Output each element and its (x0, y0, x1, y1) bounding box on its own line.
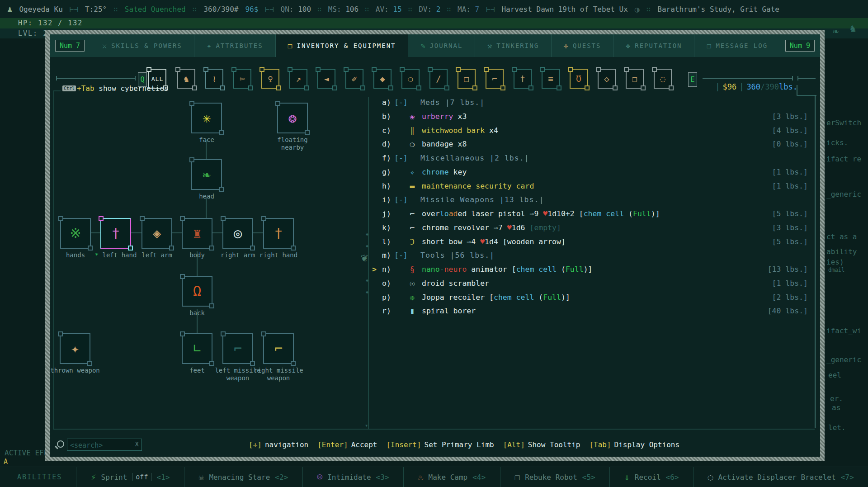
hint-combo: +Tab (77, 84, 94, 93)
filter-category-food[interactable]: ❍ (401, 69, 420, 89)
inventory-row-k[interactable]: k)⌐chrome revolver →7 ♥1d6 [empty][3 lbs… (382, 221, 810, 235)
equipment-slot-box[interactable]: † (263, 218, 294, 249)
prev-page-key[interactable]: Num 7 (55, 40, 85, 52)
filter-category-trinket[interactable]: ◆ (373, 69, 392, 89)
equipment-slot-box[interactable]: ◈ (142, 218, 172, 249)
left-arm-item-icon: ◈ (153, 227, 161, 240)
item-name: maintenance security card (422, 179, 534, 193)
inventory-section-meds[interactable]: a)[-]Meds |7 lbs.| (382, 95, 810, 109)
make-camp-icon: ♨ (418, 472, 423, 482)
inventory-section-miscellaneous[interactable]: f)[-]Miscellaneous |2 lbs.| (382, 151, 810, 165)
keyhint-label: Display Options (614, 440, 680, 449)
ability-menacing-stare[interactable]: ☠Menacing Stare<2> (184, 467, 302, 487)
tab-tinkering[interactable]: ⚒TINKERING (475, 34, 551, 57)
equipment-slot-hands[interactable]: ※hands (60, 218, 91, 259)
equipment-slot-box[interactable]: ✳ (191, 103, 222, 133)
tab-message-log[interactable]: ❐MESSAGE LOG (694, 34, 780, 57)
filter-category-body-armor[interactable]: ≡ (542, 69, 560, 89)
filter-category-water-container[interactable]: Ʊ (570, 69, 588, 89)
collapse-toggle[interactable]: [-] (394, 151, 408, 165)
skills-powers-icon: ⚔ (102, 41, 107, 50)
equipment-slot-box[interactable]: ※ (60, 218, 91, 249)
equipment-slot-box[interactable]: ⌐ (263, 333, 294, 364)
filter-category-armor[interactable]: ♀ (261, 69, 279, 89)
next-page-key[interactable]: Num 9 (785, 40, 815, 52)
inventory-section-tools[interactable]: m)[-]Tools |56 lbs.| (382, 248, 810, 262)
inventory-row-b[interactable]: b)❀urberry x3[3 lbs.] (382, 109, 810, 123)
equipment-slot-right-missile-weapon[interactable]: ⌐right missile weapon (263, 333, 294, 382)
frame-line (53, 90, 54, 429)
journal-icon: ✎ (420, 41, 425, 50)
filter-category-pistol[interactable]: ⌐ (486, 69, 504, 89)
equipment-slot-feet[interactable]: ∟feet (182, 333, 212, 374)
equipment-slot-face[interactable]: ✳face (191, 103, 222, 144)
tab-reputation[interactable]: ❖REPUTATION (613, 34, 694, 57)
filter-category-gem[interactable]: ◇ (598, 69, 616, 89)
equipment-slot-left-arm[interactable]: ◈left arm (142, 218, 172, 259)
inventory-row-l[interactable]: l)Ɔshort bow →4 ♥1d4 [wooden arrow][5 lb… (382, 235, 810, 249)
equipment-slot-box[interactable]: ✦ (60, 333, 90, 364)
filter-category-short-blade[interactable]: ✐ (345, 69, 363, 89)
filter-category-claw[interactable]: ✄ (233, 69, 251, 89)
tab-attributes[interactable]: ✦ATTRIBUTES (194, 34, 275, 57)
inventory-row-g[interactable]: g)✧chrome key[1 lbs.] (382, 165, 810, 179)
search-clear-button[interactable]: X (135, 440, 139, 448)
inventory-row-j[interactable]: j)⌐overloaded laser pistol →9 ♥1d10+2 [c… (382, 207, 810, 221)
search-input[interactable] (69, 440, 130, 451)
collapse-toggle[interactable]: [-] (394, 248, 408, 262)
tab-quests[interactable]: ✛QUESTS (551, 34, 613, 57)
equipment-slot-head[interactable]: ❧head (191, 159, 222, 200)
filter-category-whip[interactable]: ≀ (205, 69, 223, 89)
equipment-slot-box[interactable]: † (100, 218, 131, 249)
ability-recoil[interactable]: ⇓Recoil<6> (609, 467, 693, 487)
filter-category-long-blade[interactable]: † (514, 69, 532, 89)
equipment-slot-thrown-weapon[interactable]: ✦thrown weapon (60, 333, 90, 374)
ability-make-camp[interactable]: ♨Make Camp<4> (403, 467, 500, 487)
filter-category-ammo[interactable]: ↗ (289, 69, 307, 89)
filter-category-thrown[interactable]: ◄ (317, 69, 335, 89)
collapse-toggle[interactable]: [-] (394, 193, 408, 207)
slot-connector (206, 140, 207, 159)
equipment-slot-left-hand[interactable]: †* left hand (100, 218, 131, 259)
equipment-slot-right-hand[interactable]: †right hand (263, 218, 294, 259)
tab-journal[interactable]: ✎JOURNAL (408, 34, 475, 57)
inventory-row-p[interactable]: p)❉Joppa recoiler [chem cell (Full)][2 l… (382, 290, 810, 304)
equipment-slot-floating-nearby[interactable]: ❂floating nearby (277, 103, 308, 151)
tab-skills-powers[interactable]: ⚔SKILLS & POWERS (90, 34, 194, 57)
equipment-slot-box[interactable]: ❧ (191, 159, 222, 190)
equipment-slot-box[interactable]: ∟ (182, 333, 212, 364)
tab-inventory-equipment[interactable]: ❒INVENTORY & EQUIPMENT (275, 34, 408, 57)
inventory-row-n[interactable]: >n)§nano-neuro animator [chem cell (Full… (382, 262, 810, 276)
equipment-slot-box[interactable]: ◎ (222, 218, 253, 249)
equipment-slot-box[interactable]: ❂ (277, 103, 308, 133)
equipment-slot-left-missile-weapon[interactable]: ⌐left missile weapon (222, 333, 253, 382)
filter-category-book[interactable]: ❐ (626, 69, 644, 89)
filter-category-natural-equipment[interactable]: ♞ (177, 69, 195, 89)
ability-hotkey: <6> (666, 473, 679, 482)
inventory-row-r[interactable]: r)▮spiral borer[40 lbs.] (382, 304, 810, 318)
inventory-row-d[interactable]: d)❍bandage x8[0 lbs.] (382, 137, 810, 151)
filter-category-staff[interactable]: ∕ (429, 69, 448, 89)
filter-scroll-right-key[interactable]: E (688, 72, 697, 87)
list-scroll-border[interactable] (815, 95, 816, 428)
inventory-section-missile-weapons[interactable]: i)[-]Missile Weapons |13 lbs.| (382, 193, 810, 207)
collapse-toggle[interactable]: [-] (394, 95, 408, 109)
filter-category-bag[interactable]: ❒ (458, 69, 476, 89)
equipment-slot-box[interactable]: ♜ (182, 218, 212, 249)
item-letter: f) (382, 151, 391, 165)
equipment-slot-box[interactable]: Ω (182, 276, 212, 307)
inventory-row-c[interactable]: c)∥witchwood bark x4[4 lbs.] (382, 123, 810, 137)
name-segment: x3 (453, 112, 467, 121)
equipment-slot-right-arm[interactable]: ◎right arm (222, 218, 253, 259)
inventory-row-h[interactable]: h)▬maintenance security card[1 lbs.] (382, 179, 810, 193)
equipment-slot-box[interactable]: ⌐ (222, 333, 253, 364)
dot-separator: ∷ (317, 5, 322, 14)
ability-intimidate[interactable]: ☹Intimidate<3> (302, 467, 403, 487)
search-box[interactable]: X (67, 439, 142, 451)
ability-sprint[interactable]: ⚡Sprintoff<1> (76, 467, 184, 487)
inventory-row-o[interactable]: o)☉droid scrambler[1 lbs.] (382, 276, 810, 290)
face-label: face (181, 136, 232, 144)
ability-activate-displacer-bracelet[interactable]: ◌Activate Displacer Bracelet<7> (693, 467, 868, 487)
ability-rebuke-robot[interactable]: ❐Rebuke Robot<5> (500, 467, 610, 487)
filter-category-ring[interactable]: ◌ (654, 69, 672, 89)
